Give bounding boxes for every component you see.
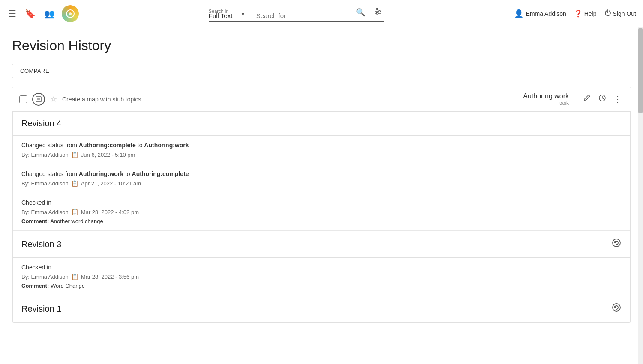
revision-3-title: Revision 3	[21, 239, 61, 249]
search-input-wrapper	[256, 5, 351, 19]
help-button[interactable]: ❓ Help	[574, 9, 597, 18]
search-area: Search in Full Text Title Only Keywords …	[84, 5, 509, 22]
revision-3-restore-button[interactable]	[611, 238, 622, 251]
revision-entry: Changed status from Authoring:complete t…	[13, 136, 630, 164]
user-avatar-icon: 👤	[514, 9, 523, 18]
search-divider	[251, 6, 251, 19]
document-type-icon	[32, 93, 45, 106]
menu-button[interactable]: ☰	[7, 7, 18, 21]
entry-action-text: Checked in	[21, 264, 622, 271]
entry-comment: Comment: Word Change	[21, 283, 622, 289]
restore-icon	[611, 304, 622, 315]
revision-1-restore-button[interactable]	[611, 302, 622, 315]
revision-1-title: Revision 1	[21, 304, 61, 314]
users-icon: 👥	[44, 9, 55, 19]
clipboard-icon: 📋	[71, 273, 78, 280]
scrollbar-thumb[interactable]	[638, 28, 643, 113]
search-in-wrapper: Search in Full Text Title Only Keywords …	[209, 5, 246, 19]
revision-3-header: Revision 3	[13, 231, 630, 258]
document-title-area: Authoring:work task	[523, 92, 569, 106]
main-content: Revision History COMPARE ☆ Create a map …	[0, 27, 643, 333]
top-navigation: ☰ 🔖 👥 Search in Full Text Title Only Key…	[0, 0, 643, 27]
nav-left: ☰ 🔖 👥	[7, 5, 79, 22]
entry-comment: Comment: Another word change	[21, 218, 622, 224]
document-title: Authoring:work	[523, 92, 569, 100]
sign-out-label: Sign Out	[613, 10, 636, 17]
users-button[interactable]: 👥	[42, 7, 57, 21]
star-icon: ☆	[50, 95, 57, 104]
clipboard-icon: 📋	[71, 151, 78, 158]
entry-date: Jun 6, 2022 - 5:10 pm	[81, 152, 135, 158]
entry-date: Mar 28, 2022 - 3:56 pm	[81, 274, 139, 280]
entry-date: Mar 28, 2022 - 4:02 pm	[81, 209, 139, 215]
scrollbar-track[interactable]	[638, 27, 643, 333]
compare-button[interactable]: COMPARE	[12, 64, 57, 78]
document-card-header: ☆ Create a map with stub topics Authorin…	[12, 87, 631, 112]
entry-meta: By: Emma Addison 📋 Jun 6, 2022 - 5:10 pm	[21, 151, 622, 158]
svg-point-12	[613, 239, 620, 247]
menu-icon: ☰	[9, 9, 16, 19]
entry-meta: By: Emma Addison 📋 Mar 28, 2022 - 3:56 p…	[21, 273, 622, 280]
svg-point-5	[379, 10, 380, 12]
page-title: Revision History	[12, 38, 631, 54]
power-icon	[604, 9, 611, 18]
document-edit-button[interactable]	[581, 92, 593, 106]
svg-point-6	[376, 12, 378, 14]
entry-action-text: Checked in	[21, 199, 622, 206]
document-card: ☆ Create a map with stub topics Authorin…	[12, 87, 631, 323]
document-subtitle: task	[523, 100, 569, 106]
document-create-label: Create a map with stub topics	[62, 96, 518, 103]
history-icon	[598, 95, 607, 104]
entry-by-label: By: Emma Addison	[21, 180, 69, 187]
document-star-button[interactable]: ☆	[50, 95, 57, 104]
entry-action-text: Changed status from Authoring:work to Au…	[21, 170, 622, 177]
entry-action-text: Changed status from Authoring:complete t…	[21, 142, 622, 149]
search-icon: 🔍	[356, 8, 365, 17]
entry-meta: By: Emma Addison 📋 Mar 28, 2022 - 4:02 p…	[21, 209, 622, 215]
revision-4-title: Revision 4	[21, 119, 61, 128]
search-in-label: Search in	[209, 9, 228, 14]
revision-entry: Checked in By: Emma Addison 📋 Mar 28, 20…	[13, 258, 630, 295]
clipboard-icon: 📋	[71, 180, 78, 187]
revision-1-header: Revision 1	[13, 295, 630, 322]
edit-icon	[583, 95, 591, 104]
entry-meta: By: Emma Addison 📋 Apr 21, 2022 - 10:21 …	[21, 180, 622, 187]
filter-icon	[374, 9, 382, 17]
entry-date: Apr 21, 2022 - 10:21 am	[81, 180, 141, 187]
filter-button[interactable]	[372, 5, 384, 19]
revision-list: Revision 4 Changed status from Authoring…	[12, 112, 631, 322]
entry-by-label: By: Emma Addison	[21, 274, 69, 280]
search-bar: Search in Full Text Title Only Keywords …	[209, 5, 384, 22]
revision-entry: Changed status from Authoring:work to Au…	[13, 164, 630, 193]
app-logo	[62, 5, 79, 22]
user-menu-button[interactable]: 👤 Emma Addison	[514, 9, 566, 18]
clipboard-icon: 📋	[71, 209, 78, 215]
revision-entry: Checked in By: Emma Addison 📋 Mar 28, 20…	[13, 193, 630, 231]
bookmark-button[interactable]: 🔖	[23, 7, 37, 21]
nav-right: 👤 Emma Addison ❓ Help Sign Out	[514, 9, 636, 18]
entry-by-label: By: Emma Addison	[21, 209, 69, 215]
revision-4-header: Revision 4	[13, 112, 630, 136]
search-submit-button[interactable]: 🔍	[354, 6, 367, 19]
svg-point-13	[613, 304, 620, 311]
bookmark-icon: 🔖	[25, 9, 36, 19]
more-icon: ⋮	[613, 95, 622, 104]
sign-out-button[interactable]: Sign Out	[604, 9, 636, 18]
document-checkbox[interactable]	[19, 95, 27, 103]
svg-point-4	[376, 8, 378, 10]
user-name-label: Emma Addison	[526, 10, 566, 17]
help-label: Help	[584, 10, 597, 17]
entry-by-label: By: Emma Addison	[21, 152, 69, 158]
document-action-buttons: ⋮	[581, 92, 624, 106]
search-input[interactable]	[256, 12, 342, 19]
document-more-button[interactable]: ⋮	[612, 92, 624, 106]
help-icon: ❓	[574, 9, 583, 18]
restore-icon	[611, 239, 622, 250]
document-history-button[interactable]	[596, 92, 608, 106]
